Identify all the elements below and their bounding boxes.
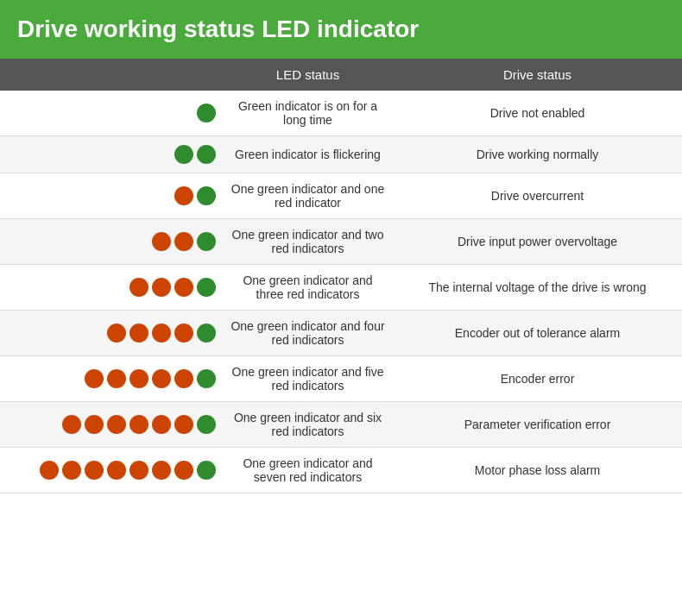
table-row: One green indicator and five red indicat…: [0, 356, 682, 402]
red-dot-1: [152, 278, 171, 297]
red-dot-3: [129, 415, 148, 434]
green-dot-2: [197, 232, 216, 251]
led-description: One green indicator and seven red indica…: [223, 448, 393, 493]
red-dot-6: [174, 461, 193, 480]
led-dots-cell: [0, 356, 223, 402]
red-dot-0: [129, 278, 148, 297]
drive-status: The internal voltage of the drive is wro…: [393, 265, 682, 311]
green-dot-5: [197, 369, 216, 388]
led-description: One green indicator and three red indica…: [223, 265, 393, 311]
red-dot-2: [174, 278, 193, 297]
led-dots-cell: [0, 219, 223, 265]
red-dot-4: [152, 415, 171, 434]
red-dot-2: [152, 324, 171, 343]
status-table: LED status Drive status Green indicator …: [0, 59, 682, 493]
led-dots-cell: [0, 173, 223, 219]
red-dot-3: [152, 369, 171, 388]
red-dot-3: [107, 461, 126, 480]
green-dot-4: [197, 324, 216, 343]
led-dots-cell: [0, 402, 223, 448]
red-dot-0: [62, 415, 81, 434]
table-row: One green indicator and two red indicato…: [0, 219, 682, 265]
red-dot-1: [174, 232, 193, 251]
main-container: Drive working status LED indicator LED s…: [0, 0, 682, 493]
title-bar: Drive working status LED indicator: [0, 0, 682, 59]
led-description: One green indicator and one red indicato…: [223, 173, 393, 219]
red-dot-3: [174, 324, 193, 343]
led-dots-cell: [0, 311, 223, 356]
header-drive-status: Drive status: [393, 59, 682, 91]
table-header-row: LED status Drive status: [0, 59, 682, 91]
table-row: One green indicator and three red indica…: [0, 265, 682, 311]
green-dot-6: [197, 415, 216, 434]
table-row: One green indicator and four red indicat…: [0, 311, 682, 356]
red-dot-4: [174, 369, 193, 388]
table-row: One green indicator and one red indicato…: [0, 173, 682, 219]
drive-status: Drive input power overvoltage: [393, 219, 682, 265]
led-description: One green indicator and six red indicato…: [223, 402, 393, 448]
red-dot-1: [129, 324, 148, 343]
led-description: Green indicator is flickering: [223, 136, 393, 173]
table-row: Green indicator is on for a long timeDri…: [0, 91, 682, 136]
led-dots-cell: [0, 265, 223, 311]
red-dot-2: [129, 369, 148, 388]
red-dot-1: [62, 461, 81, 480]
red-dot-2: [85, 461, 104, 480]
led-dots-cell: [0, 136, 223, 173]
red-dot-5: [152, 461, 171, 480]
header-led-status: LED status: [223, 59, 393, 91]
led-description: One green indicator and four red indicat…: [223, 311, 393, 356]
drive-status: Parameter verification error: [393, 402, 682, 448]
table-row: One green indicator and six red indicato…: [0, 402, 682, 448]
drive-status: Motor phase loss alarm: [393, 448, 682, 493]
green-dot-0: [197, 104, 216, 123]
header-led-col: [0, 59, 223, 91]
drive-status: Encoder error: [393, 356, 682, 402]
red-dot-0: [40, 461, 59, 480]
drive-status: Drive overcurrent: [393, 173, 682, 219]
table-row: Green indicator is flickeringDrive worki…: [0, 136, 682, 173]
led-description: One green indicator and five red indicat…: [223, 356, 393, 402]
drive-status: Drive working normally: [393, 136, 682, 173]
led-dots-cell: [0, 91, 223, 136]
drive-status: Encoder out of tolerance alarm: [393, 311, 682, 356]
red-dot-1: [107, 369, 126, 388]
red-dot-0: [85, 369, 104, 388]
green-dot-7: [197, 461, 216, 480]
page-title: Drive working status LED indicator: [17, 16, 665, 43]
drive-status: Drive not enabled: [393, 91, 682, 136]
green-dot-1: [197, 186, 216, 205]
led-dots-cell: [0, 448, 223, 493]
red-dot-5: [174, 415, 193, 434]
led-description: One green indicator and two red indicato…: [223, 219, 393, 265]
green-dot-0: [174, 145, 193, 164]
red-dot-1: [85, 415, 104, 434]
red-dot-0: [152, 232, 171, 251]
led-description: Green indicator is on for a long time: [223, 91, 393, 136]
red-dot-2: [107, 415, 126, 434]
green-dot-3: [197, 278, 216, 297]
red-dot-0: [174, 186, 193, 205]
red-dot-0: [107, 324, 126, 343]
red-dot-4: [129, 461, 148, 480]
table-row: One green indicator and seven red indica…: [0, 448, 682, 493]
green-dot-1: [197, 145, 216, 164]
